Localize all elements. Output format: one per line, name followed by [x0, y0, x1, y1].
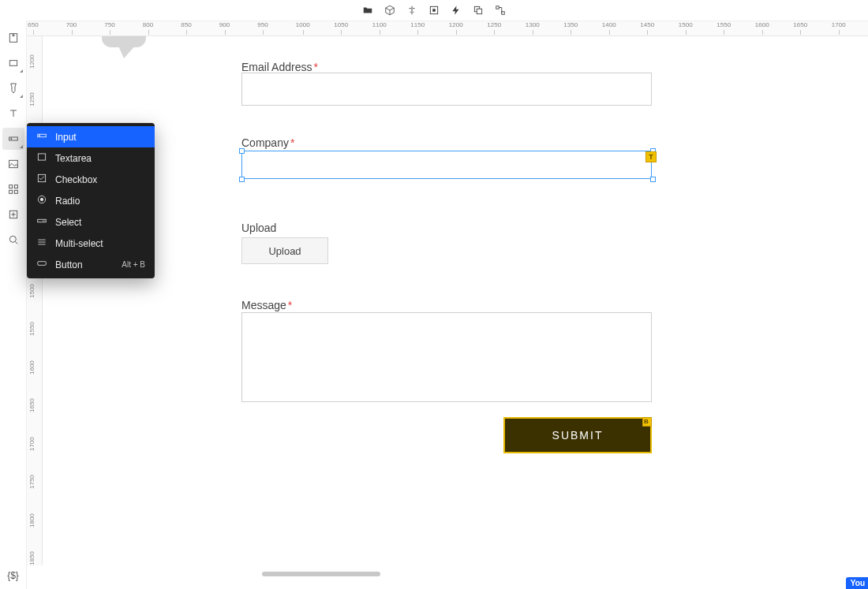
flyout-item-label: Input: [55, 132, 77, 143]
flyout-select[interactable]: Select: [27, 211, 155, 233]
flyout-shortcut: Alt + B: [122, 260, 145, 269]
ruler-tick: 1200: [449, 21, 463, 28]
svg-rect-3: [477, 9, 481, 13]
flyout-item-label: Radio: [55, 196, 80, 207]
ruler-tick: 700: [66, 21, 77, 28]
button-icon: [36, 258, 47, 271]
cube-icon[interactable]: [384, 5, 395, 16]
ruler-vtick: 1250: [28, 92, 36, 106]
svg-rect-14: [14, 190, 17, 193]
svg-rect-10: [9, 160, 17, 167]
ruler-tick: 1000: [296, 21, 310, 28]
presence-you-badge: You: [846, 577, 868, 589]
email-label: Email Address*: [241, 61, 318, 73]
search-tool[interactable]: [2, 229, 24, 251]
ruler-tick: 1400: [602, 21, 616, 28]
radio-icon: [36, 194, 47, 207]
svg-rect-20: [38, 174, 45, 181]
submit-button[interactable]: SUBMIT B: [503, 417, 652, 453]
top-toolbar: [0, 0, 868, 21]
ruler-tick: 1550: [716, 21, 731, 28]
form-tool[interactable]: [2, 128, 24, 150]
svg-point-18: [39, 135, 40, 136]
svg-point-22: [40, 198, 43, 201]
ruler-tick: 900: [219, 21, 230, 28]
folder-icon[interactable]: [362, 5, 373, 16]
message-label: Message*: [241, 299, 292, 311]
message-textarea[interactable]: [241, 312, 652, 402]
bolt-icon[interactable]: [451, 5, 462, 16]
horizontal-scrollbar-thumb[interactable]: [262, 572, 380, 576]
svg-rect-13: [9, 190, 12, 193]
embed-tool[interactable]: [2, 203, 24, 226]
element-type-badge-input: T: [645, 151, 657, 162]
horizontal-scrollbar[interactable]: [43, 572, 868, 578]
ruler-tick: 1150: [410, 21, 425, 28]
ruler-tick: 1300: [526, 21, 540, 28]
svg-rect-12: [14, 185, 17, 188]
layers-icon[interactable]: [473, 5, 484, 16]
svg-point-16: [9, 236, 16, 242]
bottom-bar: [43, 567, 868, 581]
nodes-icon[interactable]: [495, 5, 506, 16]
tool-rail: {$}: [0, 21, 27, 589]
flyout-button[interactable]: ButtonAlt + B: [27, 254, 155, 275]
ruler-tick: 1250: [487, 21, 501, 28]
email-input[interactable]: [241, 73, 652, 106]
components-tool[interactable]: [2, 178, 24, 200]
ruler-tick: 1700: [832, 21, 846, 28]
align-center-icon[interactable]: [406, 5, 417, 16]
upload-label: Upload: [241, 222, 276, 234]
selection-handle-nw[interactable]: [239, 148, 245, 154]
checkbox-icon: [36, 173, 47, 186]
input-icon: [36, 130, 47, 144]
ruler-tick: 1650: [793, 21, 807, 28]
stage-icon[interactable]: [428, 5, 440, 16]
svg-rect-4: [496, 6, 499, 9]
svg-rect-23: [38, 219, 47, 222]
ruler-tick: 1350: [563, 21, 578, 28]
flyout-item-label: Select: [55, 217, 81, 228]
ruler-vertical: 1200125013001350140014501500155016001650…: [27, 36, 43, 565]
pen-tool[interactable]: [2, 77, 24, 99]
ruler-vtick: 1200: [28, 54, 36, 69]
design-canvas[interactable]: Email Address* Company* T Upload Upload …: [43, 36, 868, 565]
company-label: Company*: [241, 136, 294, 149]
rectangle-tool[interactable]: [2, 52, 24, 74]
multiselect-icon: [36, 237, 47, 250]
flyout-textarea[interactable]: Textarea: [27, 147, 155, 169]
ruler-tick: 1450: [640, 21, 654, 28]
flyout-radio[interactable]: Radio: [27, 190, 155, 211]
flyout-item-label: Checkbox: [55, 174, 97, 185]
selection-handle-se[interactable]: [650, 177, 656, 182]
flyout-checkbox[interactable]: Checkbox: [27, 169, 155, 190]
svg-rect-19: [38, 154, 45, 160]
ruler-vtick: 1750: [28, 475, 36, 489]
ruler-tick: 1100: [372, 21, 387, 28]
code-badge[interactable]: {$}: [7, 570, 19, 589]
element-type-badge-button: B: [642, 417, 652, 427]
text-tool[interactable]: [2, 103, 24, 125]
upload-button[interactable]: Upload: [241, 237, 328, 264]
ruler-tick: 800: [143, 21, 153, 28]
flyout-multiselect[interactable]: Multi-select: [27, 233, 155, 254]
svg-point-9: [10, 138, 11, 139]
ruler-tick: 950: [257, 21, 268, 28]
ruler-tick: 1600: [755, 21, 769, 28]
selection-handle-sw[interactable]: [239, 177, 245, 182]
flyout-item-label: Button: [55, 259, 83, 270]
ruler-vtick: 1550: [28, 322, 36, 336]
ruler-vtick: 1800: [28, 513, 36, 527]
company-input[interactable]: [241, 151, 652, 179]
image-tool[interactable]: [2, 153, 24, 175]
svg-rect-24: [38, 262, 47, 266]
ruler-tick: 750: [104, 21, 114, 28]
ruler-vtick: 1700: [28, 437, 36, 451]
svg-rect-11: [9, 185, 12, 188]
ruler-vtick: 1650: [28, 398, 36, 412]
flyout-input[interactable]: Input: [27, 126, 155, 147]
page-tool[interactable]: [2, 27, 24, 49]
textarea-icon: [36, 151, 47, 165]
svg-rect-5: [502, 12, 505, 15]
ruler-tick: 850: [181, 21, 191, 28]
